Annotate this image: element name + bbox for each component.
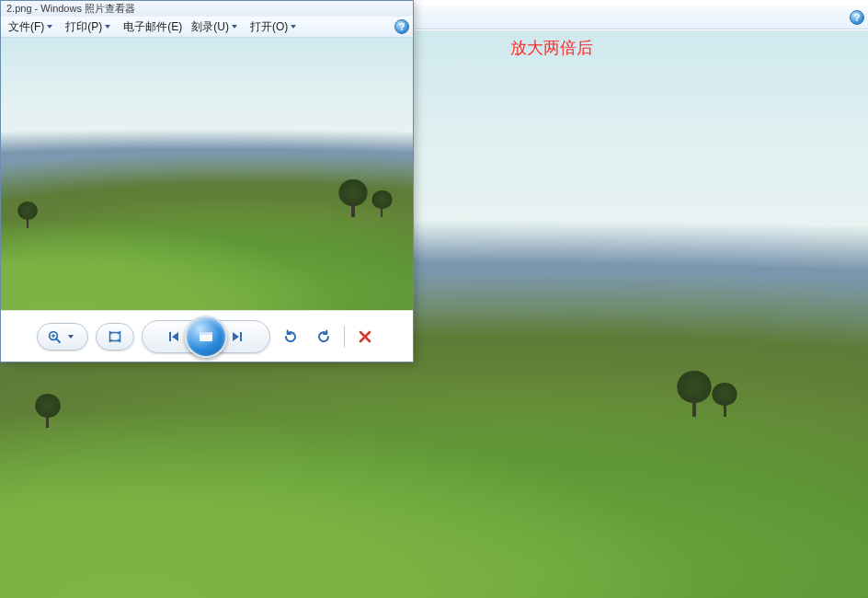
menu-open-label: 打开(O) bbox=[250, 19, 288, 35]
navigation-group bbox=[142, 320, 270, 353]
chevron-down-icon bbox=[68, 335, 74, 339]
caption-enlarged: 放大两倍后 bbox=[510, 37, 593, 59]
window-title: 2.png - Windows 照片查看器 bbox=[6, 2, 135, 16]
slideshow-button[interactable] bbox=[185, 316, 227, 358]
rotate-cw-icon bbox=[315, 328, 332, 345]
fit-window-icon bbox=[108, 329, 122, 344]
chevron-down-icon bbox=[105, 25, 110, 29]
separator bbox=[344, 326, 345, 348]
help-icon: ? bbox=[854, 12, 861, 23]
menu-print-label: 打印(P) bbox=[65, 19, 102, 35]
help-button[interactable]: ? bbox=[394, 19, 409, 34]
slideshow-icon bbox=[197, 328, 215, 346]
svg-line-1 bbox=[56, 339, 60, 342]
window-titlebar: 2.png - Windows 照片查看器 bbox=[1, 1, 413, 16]
menu-burn-label: 刻录(U) bbox=[191, 19, 229, 35]
chevron-down-icon bbox=[232, 25, 237, 29]
svg-rect-5 bbox=[169, 332, 171, 341]
fit-window-button[interactable] bbox=[96, 323, 134, 351]
svg-rect-8 bbox=[240, 332, 242, 341]
chevron-down-icon bbox=[291, 25, 296, 29]
rotate-ccw-button[interactable] bbox=[277, 323, 304, 351]
help-icon: ? bbox=[399, 21, 405, 32]
zoom-button[interactable] bbox=[37, 323, 88, 351]
svg-rect-7 bbox=[200, 332, 212, 335]
menu-open[interactable]: 打开(O) bbox=[246, 17, 303, 37]
chevron-down-icon bbox=[47, 25, 52, 29]
menu-print[interactable]: 打印(P) bbox=[62, 17, 118, 37]
photo-content bbox=[1, 38, 413, 310]
skip-previous-icon bbox=[166, 329, 181, 344]
menu-burn[interactable]: 刻录(U) bbox=[188, 17, 245, 37]
magnifier-icon bbox=[47, 329, 62, 344]
photo-viewer-window-original: 2.png - Windows 照片查看器 文件(F) 打印(P) 电子邮件(E… bbox=[0, 0, 414, 362]
menubar: 文件(F) 打印(P) 电子邮件(E) 刻录(U) 打开(O) ? bbox=[1, 16, 413, 38]
menu-file[interactable]: 文件(F) bbox=[5, 17, 60, 37]
rotate-cw-button[interactable] bbox=[310, 323, 337, 351]
image-canvas bbox=[1, 38, 413, 310]
menu-email[interactable]: 电子邮件(E) bbox=[120, 17, 186, 37]
help-button[interactable]: ? bbox=[850, 10, 864, 25]
control-toolbar bbox=[1, 310, 413, 362]
rotate-ccw-icon bbox=[282, 328, 299, 345]
delete-button[interactable] bbox=[351, 323, 379, 351]
menu-file-label: 文件(F) bbox=[8, 19, 44, 35]
skip-next-icon bbox=[230, 329, 245, 344]
menu-email-label: 电子邮件(E) bbox=[123, 19, 182, 35]
close-icon bbox=[358, 329, 372, 344]
